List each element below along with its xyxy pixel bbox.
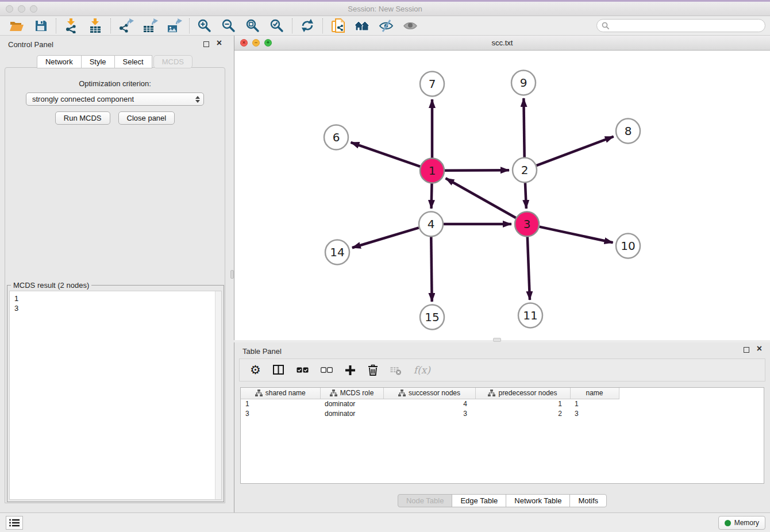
network-canvas[interactable]: 7968124314101511	[234, 51, 770, 340]
node-1[interactable]: 1	[420, 159, 444, 183]
node-9[interactable]: 9	[511, 71, 536, 95]
tab-mcds[interactable]: MCDS	[153, 55, 192, 68]
zoom-out-icon[interactable]	[218, 17, 239, 34]
memory-button[interactable]: Memory	[718, 516, 765, 530]
column-header-mcds-role[interactable]: MCDS role	[320, 388, 383, 399]
node-11[interactable]: 11	[518, 303, 542, 328]
tab-motifs[interactable]: Motifs	[569, 494, 607, 507]
edge-3-10[interactable]	[540, 227, 613, 243]
open-file-icon[interactable]	[6, 17, 27, 34]
table-panel: Table Panel × ⚙ f(x) shared nameMCDS rol…	[234, 342, 770, 512]
svg-text:7: 7	[429, 77, 436, 91]
tab-edge-table[interactable]: Edge Table	[452, 494, 506, 507]
edge-1-2[interactable]	[445, 170, 509, 171]
control-panel-title: Control Panel	[8, 40, 53, 49]
run-mcds-button[interactable]: Run MCDS	[55, 111, 110, 125]
export-table-icon[interactable]	[140, 17, 160, 34]
export-network-icon[interactable]	[116, 17, 136, 34]
node-4[interactable]: 4	[419, 212, 443, 237]
cell[interactable]: 3	[570, 408, 619, 418]
cell[interactable]: 1	[475, 399, 570, 408]
toolbar-separator	[292, 18, 292, 33]
task-history-button[interactable]	[6, 516, 23, 530]
edge-2-3[interactable]	[525, 183, 526, 209]
node-8[interactable]: 8	[616, 119, 640, 144]
show-network-home-icon[interactable]	[352, 17, 372, 34]
table-options-icon[interactable]: ⚙	[250, 364, 261, 376]
clone-network-icon[interactable]	[328, 17, 348, 34]
vertical-splitter[interactable]	[230, 36, 234, 512]
splitter-grip[interactable]	[230, 270, 234, 279]
cell[interactable]: dominator	[320, 408, 383, 418]
close-panel-icon[interactable]: ×	[217, 38, 222, 48]
delete-table-icon[interactable]	[390, 365, 402, 375]
cell[interactable]: 3	[241, 408, 320, 418]
mcds-result-box[interactable]: 13	[9, 291, 222, 500]
show-graphics-details-icon[interactable]	[400, 17, 421, 34]
network-graph[interactable]: 7968124314101511	[234, 51, 770, 340]
edge-3-11[interactable]	[528, 237, 530, 300]
apply-function-icon[interactable]: f(x)	[414, 364, 430, 376]
cell[interactable]: 1	[241, 399, 320, 408]
attribute-table[interactable]: shared nameMCDS rolesuccessor nodesprede…	[241, 388, 619, 418]
delete-columns-icon[interactable]	[368, 364, 378, 376]
table-row[interactable]: 1dominator411	[241, 399, 619, 408]
node-table[interactable]: shared nameMCDS rolesuccessor nodesprede…	[240, 387, 764, 484]
column-header-successor-nodes[interactable]: successor nodes	[383, 388, 475, 399]
node-6[interactable]: 6	[324, 125, 348, 150]
horizontal-splitter-grip[interactable]	[493, 338, 501, 342]
tab-style[interactable]: Style	[81, 55, 115, 68]
hide-graphics-details-icon[interactable]	[376, 17, 396, 34]
zoom-fit-icon[interactable]	[242, 17, 263, 34]
criterion-dropdown[interactable]: strongly connected component	[26, 92, 204, 106]
tab-network-table[interactable]: Network Table	[506, 494, 570, 507]
cell[interactable]: 2	[475, 408, 570, 418]
node-15[interactable]: 15	[420, 305, 444, 330]
tab-node-table[interactable]: Node Table	[398, 494, 453, 507]
zoom-in-icon[interactable]	[194, 17, 215, 34]
node-14[interactable]: 14	[325, 240, 349, 265]
edge-4-15[interactable]	[431, 237, 432, 302]
create-column-icon[interactable]	[345, 365, 356, 376]
float-table-panel-icon[interactable]	[744, 347, 749, 353]
node-2[interactable]: 2	[513, 158, 537, 183]
edge-2-8[interactable]	[537, 137, 614, 166]
close-panel-button[interactable]: Close panel	[118, 111, 175, 125]
result-scrollbar[interactable]	[215, 291, 221, 499]
import-network-icon[interactable]	[61, 17, 82, 34]
unselect-all-columns-icon[interactable]	[321, 367, 333, 373]
export-image-icon[interactable]	[164, 17, 184, 34]
refresh-layout-icon[interactable]	[297, 17, 318, 34]
edge-1-6[interactable]	[351, 142, 421, 167]
column-header-shared-name[interactable]: shared name	[241, 388, 320, 399]
node-3[interactable]: 3	[515, 212, 539, 237]
search-input[interactable]	[612, 21, 765, 31]
svg-text:15: 15	[425, 310, 439, 324]
edge-2-9[interactable]	[523, 98, 524, 157]
cell[interactable]: dominator	[320, 399, 383, 408]
tab-select[interactable]: Select	[114, 55, 152, 68]
edge-4-14[interactable]	[352, 228, 419, 248]
edge-1-4[interactable]	[432, 183, 432, 209]
save-session-icon[interactable]	[30, 17, 51, 34]
select-all-columns-icon[interactable]	[297, 367, 309, 373]
cell[interactable]: 4	[383, 399, 475, 408]
edge-3-1[interactable]	[446, 178, 516, 218]
show-columns-icon[interactable]	[273, 365, 284, 375]
svg-text:4: 4	[428, 217, 435, 231]
window-titlebar: Session: New Session	[0, 0, 770, 16]
import-table-icon[interactable]	[85, 17, 106, 34]
column-type-icon	[255, 390, 263, 396]
column-header-name[interactable]: name	[570, 388, 619, 399]
zoom-selected-icon[interactable]	[267, 17, 287, 34]
column-header-predecessor-nodes[interactable]: predecessor nodes	[475, 388, 570, 399]
cell[interactable]: 3	[383, 408, 475, 418]
tab-network[interactable]: Network	[37, 55, 82, 68]
node-7[interactable]: 7	[420, 72, 444, 97]
float-panel-icon[interactable]	[203, 41, 209, 47]
table-row[interactable]: 3dominator323	[241, 408, 619, 418]
close-table-panel-icon[interactable]: ×	[757, 344, 762, 354]
result-line: 3	[14, 303, 217, 313]
cell[interactable]: 1	[570, 399, 619, 408]
node-10[interactable]: 10	[616, 234, 640, 259]
